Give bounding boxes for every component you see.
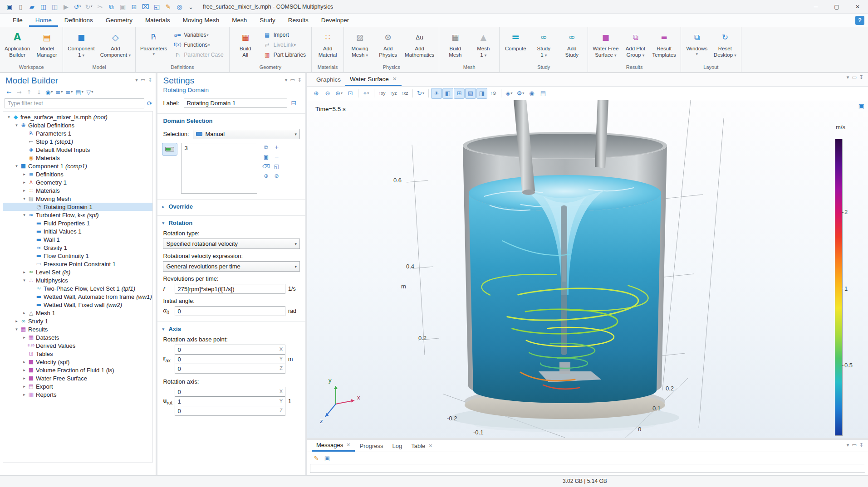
maximize-button[interactable]: ▢ [826,0,847,14]
tree-node-global-definitions[interactable]: ▾⊕Global Definitions [3,121,152,129]
selection-list-item[interactable]: 3 [184,145,254,151]
expand-icon[interactable]: ▸ [21,188,27,193]
filter-button[interactable]: ▽▾ [85,88,94,97]
copy-icon[interactable]: ⧉ [106,2,117,12]
collapse-icon[interactable]: ▾ [14,123,20,127]
zoom-out-button[interactable]: ⊖ [322,88,333,99]
pin-icon[interactable]: ↧ [298,78,302,83]
tree-node-wetted-wall-automatic-from-frame[interactable]: ▬Wetted Wall, Automatic from frame(ww1) [3,292,152,301]
pin-icon[interactable]: ↧ [148,78,152,83]
graphics-canvas[interactable]: Time=5.5 s ▣ 0.6 0.4 0.2 m -0.2 -0.1 0.2… [307,100,868,438]
tree-node-export[interactable]: ▸▤Export [3,382,152,390]
result-templates-button[interactable]: ▬ResultTemplates [649,28,678,59]
transparency-button[interactable]: ◧ [442,88,453,99]
tree-node-pressure-point-constraint-1[interactable]: ▭Pressure Point Constraint 1 [3,260,152,268]
move-up-button[interactable]: ↑ [25,88,34,97]
refresh-icon[interactable]: ⟳ [147,100,152,107]
tree-node-gravity-1[interactable]: ≈Gravity 1 [3,244,152,252]
import-button[interactable]: ▤Import [260,30,309,40]
rotation-section[interactable]: ▾Rotation [157,216,305,226]
tree-node-rotating-domain-1[interactable]: ◔Rotating Domain 1 [3,203,152,211]
base-point-input-z[interactable] [175,364,285,374]
compute-button[interactable]: =Compute [501,28,530,53]
run-icon[interactable]: ▶ [60,2,72,12]
cut-icon[interactable]: ✂ [94,2,106,12]
tree-node-derived-values[interactable]: 8.85Derived Values [3,341,152,350]
model-manager-button[interactable]: ▤ModelManager [33,28,61,59]
tree-node-flow-continuity-1[interactable]: ▬Flow Continuity 1 [3,252,152,260]
delete-icon[interactable]: ⌧ [140,2,151,12]
add-material-button[interactable]: ∷AddMaterial [314,28,342,59]
collapse-icon[interactable]: ▾ [21,196,27,201]
material-color-button[interactable]: ▧ [465,88,476,99]
expand-icon[interactable]: ▸ [21,384,27,389]
expand-icon[interactable]: ▸ [21,172,27,176]
menu-tab-developer[interactable]: Developer [315,14,356,27]
velocity-expression-dropdown[interactable]: General revolutions per time▾ [163,261,300,272]
paste-icon[interactable]: ▣ [117,2,128,12]
preferences-button[interactable]: ⚙▾ [515,88,526,99]
tree-node-two-phase-flow-level-set-1[interactable]: ≈Two-Phase Flow, Level Set 1(tpf1) [3,284,152,292]
rotation-axis-input-z[interactable] [175,406,285,416]
add-plot-group-button[interactable]: ⧉Add PlotGroup ▾ [621,28,649,59]
menu-tab-definitions[interactable]: Definitions [58,14,99,27]
close-tab-icon[interactable]: ✕ [346,442,350,448]
tree-node-mesh-1[interactable]: ▸△Mesh 1 [3,309,152,317]
snapshot-button[interactable]: ◉ [526,88,537,99]
float-icon[interactable]: ▭ [141,78,145,83]
tree-node-datasets[interactable]: ▸▦Datasets [3,333,152,341]
collapse-icon[interactable]: ▾ [21,278,27,282]
remove-selection-icon[interactable]: − [271,152,281,161]
parameters-button[interactable]: PᵢParameters▾ [137,28,170,58]
view-xz-button[interactable]: ↑xz [399,88,410,99]
find-icon[interactable]: ◎ [174,2,185,12]
forward-button[interactable]: → [15,88,24,97]
tree-node-default-model-inputs[interactable]: ◈Default Model Inputs [3,146,152,154]
tree-node-multiphysics[interactable]: ▾∴Multiphysics [3,276,152,284]
minimize-button[interactable]: ─ [805,0,826,14]
expand-icon[interactable]: ▸ [21,311,27,315]
tab-messages[interactable]: Messages✕ [312,440,355,452]
show-button[interactable]: ◉▾ [44,88,54,97]
app-logo-icon[interactable]: ▣ [4,2,15,12]
tab-progress[interactable]: Progress [355,440,387,452]
add-physics-button[interactable]: ⊛AddPhysics [374,28,402,59]
copy-messages-icon[interactable]: ▣ [323,453,332,463]
menu-tab-file[interactable]: File [6,14,29,27]
expand-icon[interactable]: ▸ [21,376,27,380]
rotate-button[interactable]: ↻▾ [415,88,426,99]
clear-selection-icon[interactable]: ⌫ [261,162,271,171]
select-box-icon[interactable]: ◱ [271,162,281,171]
build-mesh-button[interactable]: ▦BuildMesh [441,28,469,59]
close-tab-icon[interactable]: ✕ [428,443,432,449]
tree-node-water-free-surface[interactable]: ▸■Water Free Surface [3,374,152,382]
view-lock-button[interactable]: ↑⊙ [488,88,499,99]
selection-dropdown[interactable]: Manual ▾ [193,129,300,139]
axis-section[interactable]: ▾Axis [157,322,305,332]
menu-tab-geometry[interactable]: Geometry [99,14,139,27]
tree-node-parameters-1[interactable]: PᵢParameters 1 [3,129,152,137]
selection-list[interactable]: 3 [181,143,257,194]
base-point-input-y[interactable] [175,354,285,364]
close-tab-icon[interactable]: ✕ [392,76,397,82]
expand-icon[interactable]: ▸ [21,180,27,185]
panel-menu-icon[interactable]: ▾ [285,78,288,83]
menu-tab-results[interactable]: Results [282,14,315,27]
collapse-icon[interactable]: ▾ [14,327,20,331]
selection-colors-button[interactable]: ◨ [476,88,487,99]
tree-node-fluid-properties-1[interactable]: ▬Fluid Properties 1 [3,219,152,227]
reset-desktop-button[interactable]: ↻ResetDesktop ▾ [711,28,739,59]
collapse-icon[interactable]: ▾ [21,213,27,217]
application-builder-button[interactable]: AApplicationBuilder [2,28,33,59]
windows-button[interactable]: ⧉Windows▾ [683,28,711,58]
back-button[interactable]: ← [5,88,14,97]
rename-icon[interactable]: ⊟ [291,100,296,106]
toolbar-overflow-icon[interactable]: ⌄ [185,2,196,12]
tree-node-moving-mesh[interactable]: ▾▨Moving Mesh [3,195,152,203]
tree-node-free-surface-mixer-ls-mph[interactable]: ▾◆free_surface_mixer_ls.mph(root) [3,113,152,121]
tree-node-turbulent-flow-k-[interactable]: ▾≈Turbulent Flow, k-ε(spf) [3,211,152,219]
copy-selection-icon[interactable]: ⧉ [261,143,271,152]
tree-node-wall-1[interactable]: ▬Wall 1 [3,235,152,244]
scene-light-button[interactable]: ☀ [431,88,442,99]
part-libraries-button[interactable]: ▥Part Libraries [260,50,309,60]
